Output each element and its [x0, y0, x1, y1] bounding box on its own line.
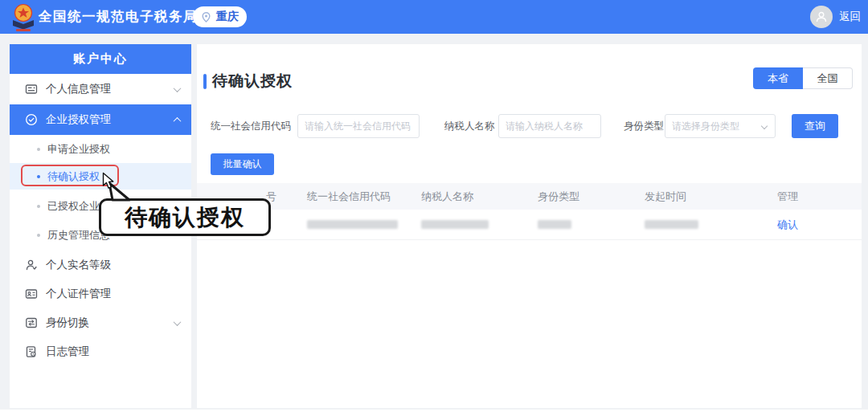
cell-manage: 确认 — [777, 217, 862, 232]
app-title: 全国统一规范电子税务局 — [39, 0, 198, 34]
credit-code-input[interactable] — [297, 114, 420, 138]
bullet-dot-icon — [37, 175, 40, 178]
table-header-taxpayer-name: 纳税人名称 — [421, 190, 538, 204]
sidebar-item-enterprise-auth[interactable]: 企业授权管理 — [10, 104, 191, 135]
identity-type-select[interactable]: 请选择身份类型 — [665, 114, 776, 138]
sidebar-item-label: 个人证件管理 — [46, 287, 180, 301]
table-header-row: 号 统一社会信用代码 纳税人名称 身份类型 发起时间 管理 — [197, 183, 862, 210]
chevron-down-icon — [174, 318, 182, 326]
chevron-down-icon — [174, 84, 182, 92]
table-header-credit-code: 统一社会信用代码 — [307, 190, 421, 204]
redacted-value — [421, 220, 489, 229]
redacted-value — [307, 220, 398, 229]
confirm-link[interactable]: 确认 — [777, 218, 798, 230]
page-title-row: 待确认授权 — [203, 71, 293, 92]
sidebar-subitem-apply-auth[interactable]: 申请企业授权 — [10, 135, 191, 163]
identity-type-placeholder: 请选择身份类型 — [672, 120, 739, 133]
chevron-down-icon — [761, 123, 768, 129]
scope-toggle: 本省 全国 — [753, 67, 853, 89]
main-panel: 本省 全国 待确认授权 统一社会信用代码 纳税人名称 身份类型 请选择身份类型 … — [197, 44, 862, 408]
table-row: 确认 — [197, 210, 862, 240]
sidebar-item-label: 企业授权管理 — [46, 112, 166, 127]
table-header-manage: 管理 — [777, 190, 862, 204]
certificate-card-icon — [24, 287, 38, 301]
cell-credit-code — [307, 220, 421, 229]
credit-code-label: 统一社会信用代码 — [211, 114, 291, 138]
bullet-dot-icon — [37, 234, 40, 237]
sidebar-item-log-mgmt[interactable]: 日志管理 — [10, 336, 191, 367]
cell-taxpayer-name — [421, 220, 538, 229]
page: 全国统一规范电子税务局 重庆 返回 账户中心 个人信息管理 — [0, 0, 868, 420]
sidebar-item-label: 个人信息管理 — [46, 82, 166, 96]
person-level-icon — [24, 259, 38, 272]
sidebar-item-certificate-mgmt[interactable]: 个人证件管理 — [10, 279, 191, 309]
redacted-value — [645, 220, 698, 229]
user-icon — [814, 10, 829, 24]
sidebar-subitem-label: 已授权企业 — [47, 199, 100, 214]
table-header-start-time: 发起时间 — [645, 190, 777, 204]
bullet-dot-icon — [37, 205, 40, 208]
sidebar-item-realname-level[interactable]: 个人实名等级 — [10, 250, 191, 280]
sidebar-item-label: 个人实名等级 — [46, 258, 180, 272]
log-icon — [24, 345, 38, 359]
bullet-dot-icon — [37, 148, 40, 151]
sidebar-item-personal-info[interactable]: 个人信息管理 — [10, 74, 191, 104]
sidebar-item-identity-switch[interactable]: 身份切换 — [10, 308, 191, 338]
pending-auth-table: 号 统一社会信用代码 纳税人名称 身份类型 发起时间 管理 确认 — [197, 183, 862, 240]
location-pin-icon — [199, 10, 213, 24]
identity-switch-icon — [24, 316, 38, 330]
cell-identity-type — [538, 220, 645, 229]
batch-confirm-button[interactable]: 批量确认 — [211, 153, 274, 175]
sidebar-item-label: 日志管理 — [46, 345, 180, 359]
badge-check-icon — [24, 113, 38, 127]
chevron-up-icon — [174, 116, 182, 124]
sidebar-item-label: 身份切换 — [46, 316, 166, 330]
top-header: 全国统一规范电子税务局 重庆 返回 — [0, 0, 868, 34]
scope-option-national[interactable]: 全国 — [803, 67, 853, 89]
redacted-value — [538, 220, 571, 229]
table-header-identity-type: 身份类型 — [538, 190, 645, 204]
sidebar-subitem-pending-auth[interactable]: 待确认授权 — [10, 163, 191, 190]
annotation-callout: 待确认授权 — [99, 198, 271, 236]
sidebar-subitem-label: 申请企业授权 — [47, 142, 110, 157]
filter-row: 统一社会信用代码 纳税人名称 身份类型 请选择身份类型 查询 — [197, 114, 862, 138]
profile-card-icon — [24, 83, 38, 96]
sidebar-subitem-label: 待确认授权 — [47, 169, 100, 184]
scope-option-province[interactable]: 本省 — [753, 67, 803, 89]
location-label: 重庆 — [216, 10, 239, 24]
back-button[interactable]: 返回 — [839, 0, 861, 34]
query-button[interactable]: 查询 — [792, 114, 838, 138]
location-badge[interactable]: 重庆 — [193, 6, 247, 27]
identity-type-label: 身份类型 — [624, 114, 664, 138]
taxpayer-name-input[interactable] — [498, 114, 601, 138]
tax-bureau-logo-icon — [11, 2, 35, 35]
title-accent-bar — [203, 74, 207, 89]
avatar[interactable] — [810, 6, 833, 28]
sidebar-title: 账户中心 — [10, 44, 191, 74]
taxpayer-name-label: 纳税人名称 — [444, 114, 495, 138]
page-title: 待确认授权 — [212, 71, 293, 92]
cell-start-time — [645, 220, 777, 229]
